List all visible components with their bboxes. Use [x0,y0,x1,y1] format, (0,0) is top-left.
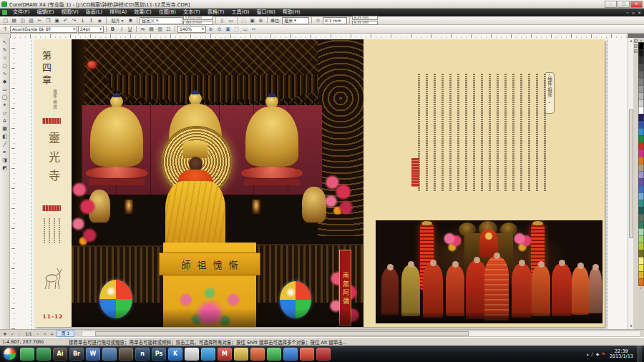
options-button[interactable]: ✱ [127,17,135,24]
outline-tool[interactable]: ✒ [1,149,9,157]
taskbar-app-mail[interactable]: M [218,348,232,361]
ellipse-tool[interactable]: ◯ [1,94,9,102]
font-size-select[interactable]: 24pt▼ [78,26,104,33]
columns-button[interactable]: ▥ [156,26,164,33]
menu-item[interactable]: 编辑(E) [34,9,58,16]
menu-item[interactable]: 窗口(W) [253,9,278,16]
smart-fill-tool[interactable]: ◆ [1,78,9,86]
interactive-fill-tool[interactable]: ◩ [1,165,9,172]
menu-item[interactable]: 版面(L) [82,9,106,16]
menu-item[interactable]: 效果(C) [130,9,155,16]
taskbar-app-bridge[interactable]: Br [69,348,84,361]
text-tool[interactable]: A [1,117,9,125]
show-desktop-button[interactable] [638,346,642,362]
document-spread[interactable]: 第四章 缅怀祖师 靈光寺 11-12 [34,39,605,327]
menu-item[interactable]: 视图(V) [57,9,82,16]
taskbar-app-notes[interactable]: n [135,348,150,361]
page-preset-select[interactable]: 自定义▼ [140,17,182,24]
last-page-button[interactable]: » [42,331,48,336]
palette-scroll-arrow[interactable]: ▾ [640,286,641,290]
zoom-all-button[interactable]: ⬚ [233,26,240,33]
taskbar-app-browser[interactable] [201,348,215,361]
nav-flyout-button[interactable]: ❖ [2,331,8,336]
eyedropper-tool[interactable]: ╱ [1,141,9,149]
zoom-out-button[interactable]: ⊖ [215,26,223,33]
paste-button[interactable]: ▣ [53,17,61,24]
taskbar-app-19[interactable] [316,348,331,361]
vertical-scrollbar[interactable]: ▲ ▼ [628,38,633,329]
taskbar-app-6[interactable] [102,348,117,361]
menu-item[interactable]: 位图(B) [155,9,180,16]
taskbar-app-2[interactable] [36,348,51,361]
zoom-tool[interactable]: ○ [1,62,9,70]
pick-tool[interactable]: ↖ [1,39,9,47]
menu-item[interactable]: 排列(A) [106,9,130,16]
open-button[interactable]: ▤ [10,17,18,24]
doc-close-button[interactable]: ✕ [638,10,641,15]
taskbar-app-15[interactable] [250,348,265,361]
minimize-button[interactable]: ─ [605,1,617,8]
paper-width-field[interactable]: 570.0 mm [183,16,213,20]
paragraph-button[interactable]: ☷ [165,26,172,33]
menu-item[interactable]: 文件(F) [9,9,34,16]
close-button[interactable]: ✕ [630,1,643,8]
portrait-button[interactable]: ▯ [218,17,226,24]
taskbar-app-7[interactable] [119,348,133,361]
app-launcher-button[interactable]: ◈ [96,17,104,24]
units-select[interactable]: 毫米▼ [282,17,309,24]
zoom-width-button[interactable]: ↔ [250,26,258,33]
taskbar-app-illustrator[interactable]: Ai [53,348,67,361]
table-tool[interactable]: ▦ [1,125,9,133]
current-page-button[interactable]: ▣ [248,17,256,24]
horizontal-scroll-thumb[interactable] [95,331,469,336]
fill-tool[interactable]: ◨ [1,157,9,165]
nudge-field[interactable]: 0.1 mm [323,17,347,24]
doc-minimize-button[interactable]: ─ [626,10,629,15]
underline-button[interactable]: U [126,26,134,33]
save-button[interactable]: ◫ [19,17,26,24]
palette-swatch[interactable] [638,278,644,286]
previous-page-button[interactable]: ‹ [16,331,22,336]
copy-button[interactable]: ❐ [44,17,52,24]
landscape-button[interactable]: ▭ [227,17,235,24]
blend-tool[interactable]: ◧ [1,133,9,141]
tray-icon[interactable]: ▴ [587,351,589,356]
italic-button[interactable]: I [117,26,125,33]
start-button[interactable] [4,348,16,360]
zoom-in-button[interactable]: ⊕ [207,26,215,33]
zoom-level-select[interactable]: 140%▼ [177,26,206,33]
align-left-button[interactable]: ▤ [147,26,155,33]
font-select[interactable]: AvantGarde Bk BT▼ [10,26,77,33]
taskbar-app-photoshop[interactable]: Ps [152,348,166,361]
text-direction-button[interactable]: ⇋ [139,26,147,33]
new-button[interactable]: ▢ [1,17,9,24]
rectangle-tool[interactable]: ▭ [1,86,9,94]
freehand-tool[interactable]: ∿ [1,70,9,78]
horizontal-scrollbar[interactable] [82,331,641,337]
next-page-button[interactable]: › [35,331,41,336]
docker-icon[interactable] [634,39,638,43]
taskbar-app-16[interactable] [267,348,281,361]
taskbar-app-kugou[interactable]: K [168,348,182,361]
menu-item[interactable]: 工具(O) [228,9,253,16]
print-button[interactable]: ▥ [27,17,35,24]
polygon-tool[interactable]: ✶ [1,102,9,109]
taskbar-app-word[interactable]: W [86,348,100,361]
page-tab[interactable]: 页 1 [57,330,75,337]
taskbar-app-18[interactable] [300,348,314,361]
tray-icon[interactable]: ◆ [596,351,600,356]
taskbar-app-folder[interactable] [234,348,248,361]
taskbar-app-globe[interactable] [283,348,298,361]
tray-alert-icon[interactable]: ⚑ [601,351,605,356]
taskbar-clock[interactable]: 22:39 2013/1/13 [610,349,633,359]
undo-button[interactable]: ↶ [62,17,69,24]
snap-dropdown[interactable]: 贴齐 ▾ [109,17,126,24]
cut-button[interactable]: ✂ [36,17,44,24]
zoom-selection-button[interactable]: ▣ [224,26,232,33]
import-button[interactable]: ↧ [79,17,87,24]
all-pages-button[interactable]: ⬚ [240,17,248,24]
basic-shapes-tool[interactable]: ▱ [1,109,9,117]
taskbar-app-1[interactable] [20,348,34,361]
redo-button[interactable]: ↷ [70,17,78,24]
duplicate-x-field[interactable]: 6.35 mm [352,16,378,20]
